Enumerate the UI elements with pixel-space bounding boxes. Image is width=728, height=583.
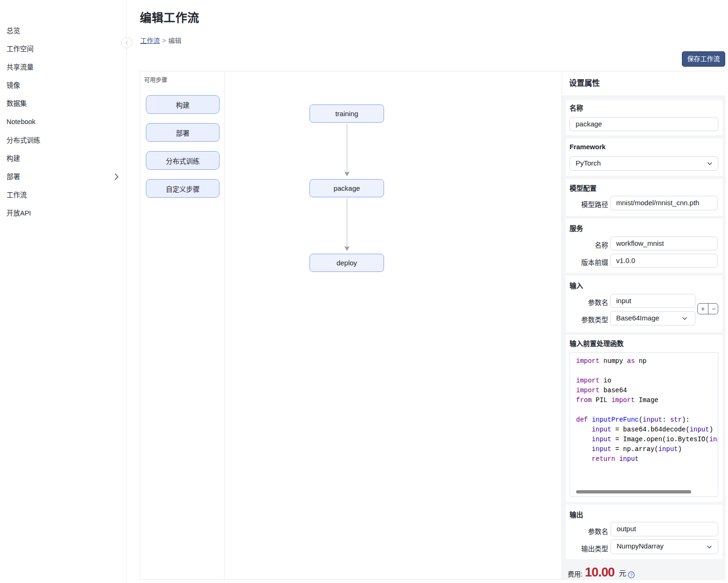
svg-text:?: ? (630, 572, 633, 577)
